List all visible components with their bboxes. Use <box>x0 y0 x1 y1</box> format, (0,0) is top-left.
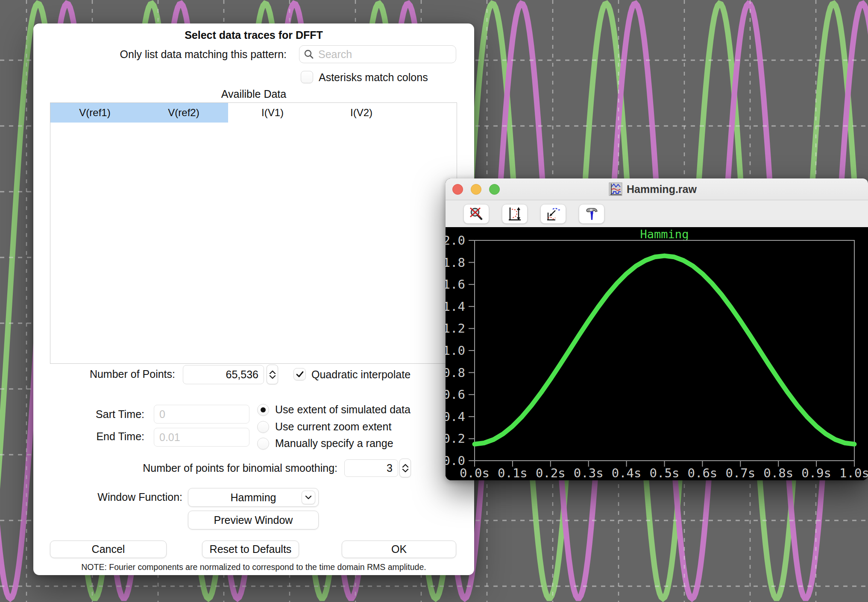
start-time-input[interactable]: 0 <box>154 405 249 424</box>
hammer-icon <box>584 207 599 221</box>
number-of-points-input[interactable]: 65,536 <box>183 365 264 384</box>
data-trace-item[interactable]: I(V1) <box>228 103 317 123</box>
radio-dot <box>261 407 266 412</box>
hammer-tools-button[interactable] <box>579 204 604 224</box>
quadratic-interpolate-checkbox[interactable] <box>293 368 306 380</box>
x-axis-tick-label: 0.0s <box>460 466 490 480</box>
number-of-points-label: Number of Points: <box>33 368 175 380</box>
chart-title: Hamming <box>640 228 689 241</box>
x-axis-tick-label: 1.0s <box>839 466 868 480</box>
autorange-y-axis-icon <box>507 207 522 221</box>
radio-unselected-icon[interactable] <box>257 421 269 433</box>
y-axis-tick-label: 1.6 <box>446 277 465 292</box>
asterisks-checkbox[interactable] <box>301 71 313 83</box>
binomial-smoothing-stepper[interactable] <box>399 459 411 477</box>
range-option[interactable]: Use current zoom extent <box>257 421 391 433</box>
y-axis-tick-label: 0.4 <box>446 409 465 424</box>
range-option-label: Use current zoom extent <box>275 421 391 433</box>
available-data-list: V(ref1)V(ref2)I(V1)I(V2) <box>50 102 457 364</box>
asterisks-checkbox-label: Asterisks match colons <box>319 71 428 84</box>
radio-unselected-icon[interactable] <box>257 438 269 450</box>
stepper-up-icon <box>269 370 276 374</box>
number-of-points-stepper[interactable] <box>267 365 278 384</box>
binomial-smoothing-label: Number of points for binomial smoothing: <box>33 462 337 474</box>
note-text: NOTE: Fourier components are normalized … <box>33 562 474 572</box>
radio-selected-icon[interactable] <box>257 404 269 416</box>
available-data-label: Availible Data <box>33 88 474 100</box>
quadratic-interpolate-label: Quadratic interpolate <box>311 368 411 381</box>
y-axis-tick-label: 1.4 <box>446 299 465 314</box>
binomial-smoothing-input[interactable]: 3 <box>344 459 398 477</box>
screen: { "background": { "color": "#656565", "g… <box>0 0 868 602</box>
window-title: Hamming.raw <box>627 183 697 196</box>
range-option[interactable]: Use extent of simulated data <box>257 403 411 416</box>
search-placeholder: Search <box>318 48 352 61</box>
window-function-dropdown[interactable]: Hamming <box>188 488 319 507</box>
chevron-down-icon <box>302 491 315 504</box>
x-axis-tick-label: 0.4s <box>612 466 642 480</box>
x-axis-tick-label: 0.2s <box>536 466 566 480</box>
data-trace-item[interactable]: V(ref2) <box>139 103 228 123</box>
x-axis-tick-label: 0.3s <box>574 466 604 480</box>
plot-toolbar <box>446 200 868 227</box>
preview-window-button[interactable]: Preview Window <box>188 511 319 529</box>
hamming-plot-pane: Hamming0.00.20.40.60.81.01.21.41.61.82.0… <box>446 227 868 480</box>
stepper-down-icon <box>269 375 276 379</box>
window-function-label: Window Function: <box>33 491 182 503</box>
x-axis-tick-label: 0.9s <box>801 466 831 480</box>
range-option[interactable]: Manually specify a range <box>257 437 393 450</box>
data-trace-item[interactable]: V(ref1) <box>50 103 139 123</box>
checkmark-icon <box>296 371 304 378</box>
close-button[interactable] <box>452 184 463 195</box>
search-input[interactable]: Search <box>299 45 456 63</box>
x-axis-tick-label: 0.7s <box>725 466 755 480</box>
y-axis-tick-label: 2.0 <box>446 233 465 248</box>
x-axis-tick-label: 0.6s <box>687 466 717 480</box>
dfft-dialog: Select data traces for DFFT Only list da… <box>33 23 474 575</box>
reset-to-defaults-button[interactable]: Reset to Defaults <box>202 541 299 558</box>
range-option-label: Manually specify a range <box>275 437 393 450</box>
y-axis-tick-label: 1.2 <box>446 321 465 336</box>
y-axis-tick-label: 0.8 <box>446 365 465 380</box>
autorange-y-axis-button[interactable] <box>502 204 528 224</box>
minimize-button[interactable] <box>471 184 481 195</box>
plot-settings-icon <box>546 207 560 221</box>
start-time-label: Sart Time: <box>33 408 144 421</box>
hamming-chart: Hamming0.00.20.40.60.81.01.21.41.61.82.0… <box>446 227 868 480</box>
range-option-label: Use extent of simulated data <box>275 403 411 416</box>
x-axis-tick-label: 0.1s <box>498 466 528 480</box>
zoom-button[interactable] <box>489 184 500 195</box>
y-axis-tick-label: 1.8 <box>446 255 465 270</box>
end-time-input[interactable]: 0.01 <box>154 428 249 447</box>
y-axis-tick-label: 0.2 <box>446 431 465 446</box>
y-axis-tick-label: 1.0 <box>446 343 465 358</box>
zoom-back-icon <box>469 207 484 221</box>
x-axis-tick-label: 0.5s <box>650 466 680 480</box>
zoom-back-button[interactable] <box>463 204 489 224</box>
dialog-title: Select data traces for DFFT <box>33 29 474 41</box>
search-icon <box>304 49 314 59</box>
stepper-down-icon <box>402 469 409 473</box>
pattern-label: Only list data matching this pattern: <box>33 48 287 61</box>
plot-settings-button[interactable] <box>540 204 566 224</box>
x-axis-tick-label: 0.8s <box>763 466 793 480</box>
waveform-document-icon <box>609 182 622 196</box>
ok-button[interactable]: OK <box>342 541 456 558</box>
y-axis-tick-label: 0.6 <box>446 387 465 402</box>
cancel-button[interactable]: Cancel <box>50 541 167 558</box>
window-titlebar: Hamming.raw <box>446 178 868 200</box>
end-time-label: End Time: <box>33 430 144 443</box>
hamming-raw-window: Hamming.raw <box>446 178 868 480</box>
stepper-up-icon <box>402 464 409 468</box>
data-trace-item[interactable]: I(V2) <box>317 103 406 123</box>
